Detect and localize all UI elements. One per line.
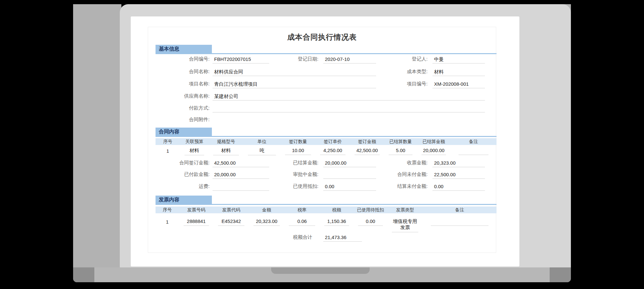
section-header-contract: 合同内容 — [156, 128, 212, 136]
cell-seq: 1 — [156, 218, 179, 226]
col-header: 已使用待抵扣 — [354, 207, 387, 213]
base-cap-left — [73, 267, 94, 282]
project-name-label: 项目名称: — [148, 79, 210, 89]
contract-execution-form: 成本合同执行情况表 基本信息 合同编号: FBHT202007015 登记日期:… — [148, 27, 496, 253]
project-name-field[interactable]: 青白江污水梳理项目 — [213, 79, 376, 88]
cell-amount[interactable]: 20,323.00 — [253, 218, 280, 226]
col-header: 序号 — [156, 138, 180, 145]
form-row: 合同附件: — [148, 115, 497, 124]
supplier-name-label: 供应商名称: — [148, 91, 210, 101]
col-header: 已结算数量 — [384, 138, 417, 145]
contract-table-header: 序号 关联预算 规格型号 单位 签订数量 签订单价 签订金额 已结算数量 已结算… — [156, 138, 497, 145]
cell-settled-amount[interactable]: 20,000.00 — [421, 147, 446, 155]
col-header: 已结算金额 — [417, 138, 450, 145]
col-header: 备注 — [423, 207, 497, 213]
col-header: 签订金额 — [350, 138, 384, 145]
form-row: 合同编号: FBHT202007015 登记日期: 2020-07-10 登记人… — [148, 54, 497, 64]
scene: 成本合同执行情况表 基本信息 合同编号: FBHT202007015 登记日期:… — [0, 0, 644, 289]
col-header: 签订数量 — [280, 138, 316, 145]
settled-amount-label: 已结算金额: — [261, 158, 318, 168]
invoiced-amount-field[interactable]: 20,323.00 — [432, 158, 485, 167]
registrant-label: 登记人: — [370, 54, 428, 64]
cell-signed-qty[interactable]: 10.00 — [285, 147, 311, 155]
col-header: 单位 — [243, 138, 280, 145]
col-header: 关联预算 — [180, 138, 209, 145]
cell-remark[interactable] — [431, 218, 488, 226]
register-date-label: 登记日期: — [261, 54, 318, 64]
summary-row: 已付款金额: 20,000.00 审批中金额: 合同未付金额: 22,500.0… — [148, 169, 497, 179]
deduction-used-field[interactable]: 0.00 — [323, 182, 376, 191]
unpaid-amount-label: 合同未付金额: — [370, 169, 428, 179]
section-rule-contract — [156, 136, 497, 137]
form-row: 合同名称: 材料供应合同 成本类型: 材料 — [148, 67, 497, 76]
attachment-label: 合同附件: — [148, 115, 210, 124]
laptop-base — [73, 267, 571, 282]
cell-signed-amount[interactable]: 42,500.00 — [355, 147, 380, 155]
col-header: 备注 — [450, 138, 497, 145]
unpaid-amount-field[interactable]: 22,500.00 — [432, 170, 485, 179]
col-header: 序号 — [156, 207, 179, 213]
form-row: 项目名称: 青白江污水梳理项目 项目编号: XM-202008-001 — [148, 79, 497, 89]
col-header: 金额 — [249, 207, 284, 213]
registrant-field[interactable]: 中曼 — [432, 54, 485, 63]
col-header: 规格型号 — [209, 138, 243, 145]
laptop-frame: 成本合同执行情况表 基本信息 合同编号: FBHT202007015 登记日期:… — [120, 4, 571, 267]
approving-amount-label: 审批中金额: — [261, 169, 318, 179]
form-row: 付款方式: — [148, 103, 497, 113]
col-header: 发票代码 — [213, 207, 249, 213]
laptop-screen: 成本合同执行情况表 基本信息 合同编号: FBHT202007015 登记日期:… — [131, 16, 519, 266]
base-notch — [271, 267, 370, 274]
col-header: 发票类型 — [387, 207, 423, 213]
project-no-label: 项目编号: — [370, 79, 428, 89]
col-header: 发票号码 — [179, 207, 213, 213]
freight-label: 运费: — [148, 181, 210, 191]
cell-remark[interactable] — [459, 147, 488, 155]
cell-invoice-no[interactable]: 2888841 — [184, 218, 209, 226]
tax-total-row: 税额合计 21,473.36 — [148, 232, 497, 242]
section-header-basic: 基本信息 — [156, 45, 212, 53]
contract-no-label: 合同编号: — [148, 54, 210, 64]
cell-seq: 1 — [156, 147, 180, 155]
cell-tax-amount[interactable]: 1,150.36 — [324, 218, 349, 226]
signed-amount-label: 合同签订金额: — [148, 158, 210, 168]
cell-tax-rate[interactable]: 0.06 — [289, 218, 315, 226]
paid-amount-label: 已付款金额: — [148, 169, 210, 179]
contract-name-field[interactable]: 材料供应合同 — [213, 67, 376, 76]
payment-method-label: 付款方式: — [148, 103, 210, 113]
cell-budget[interactable]: 材料 — [185, 147, 204, 155]
col-header: 签订单价 — [316, 138, 350, 145]
settle-unpaid-label: 结算未付金额: — [370, 181, 428, 191]
summary-row: 合同签订金额: 42,500.00 已结算金额: 20,000.00 收票金额:… — [148, 158, 497, 168]
left-device-edge — [73, 4, 121, 267]
project-no-field[interactable]: XM-202008-001 — [432, 79, 485, 88]
section-rule-invoice — [156, 204, 497, 205]
register-date-field[interactable]: 2020-07-10 — [323, 54, 376, 63]
contract-name-label: 合同名称: — [148, 67, 210, 76]
cell-invoice-code[interactable]: E452342 — [218, 218, 244, 226]
settle-unpaid-field[interactable]: 0.00 — [432, 182, 485, 191]
tax-total-field[interactable]: 21,473.36 — [323, 233, 362, 242]
settled-amount-field[interactable]: 20,000.00 — [323, 158, 376, 167]
supplier-name-field[interactable]: 某建材公司 — [213, 92, 485, 101]
col-header: 税率 — [284, 207, 320, 213]
cell-signed-price[interactable]: 4,250.00 — [320, 147, 346, 155]
cell-settled-qty[interactable]: 5.00 — [389, 147, 412, 155]
cell-unit[interactable]: 吨 — [248, 147, 276, 155]
payment-method-field[interactable] — [213, 103, 485, 112]
invoiced-amount-label: 收票金额: — [370, 158, 428, 168]
attachment-field[interactable] — [213, 115, 485, 124]
invoice-table-header: 序号 发票号码 发票代码 金额 税率 税额 已使用待抵扣 发票类型 备注 — [156, 207, 497, 213]
cell-deduction-pending[interactable]: 0.00 — [358, 218, 383, 226]
cost-type-field[interactable]: 材料 — [432, 67, 485, 76]
cell-spec[interactable]: 材料 — [213, 147, 239, 155]
form-row: 供应商名称: 某建材公司 — [148, 91, 497, 101]
col-header: 税额 — [320, 207, 354, 213]
deduction-used-label: 已使用抵扣: — [261, 181, 318, 191]
page-title: 成本合同执行情况表 — [148, 32, 496, 42]
cost-type-label: 成本类型: — [370, 67, 428, 76]
summary-row: 运费: 已使用抵扣: 0.00 结算未付金额: 0.00 — [148, 181, 497, 191]
cell-invoice-type[interactable]: 增值税专用发票 — [392, 218, 418, 232]
invoice-table-row: 1 2888841 E452342 20,323.00 0.06 1,150.3… — [156, 218, 497, 234]
base-cap-right — [550, 267, 571, 282]
approving-amount-field[interactable] — [323, 170, 376, 179]
